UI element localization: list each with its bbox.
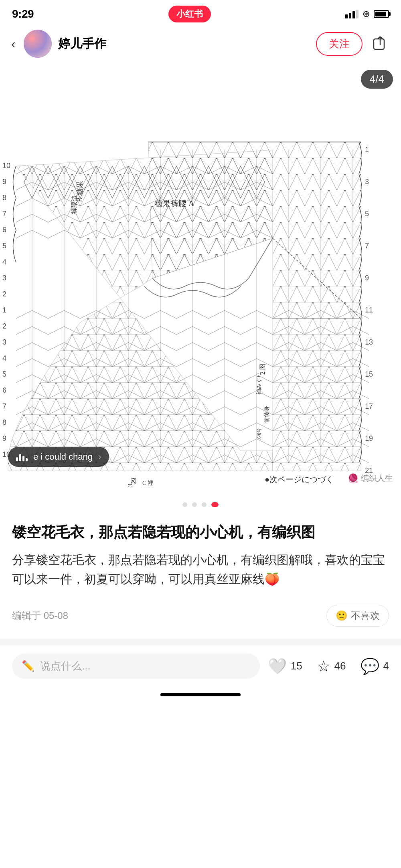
post-title: 镂空花毛衣，那点若隐若现的小心机，有编织图 [12, 522, 389, 542]
svg-text:8: 8 [2, 194, 6, 202]
svg-text:5: 5 [2, 242, 6, 250]
status-icons: ⊛ [345, 9, 389, 19]
comment-input[interactable]: ✏️ 说点什么... [12, 653, 260, 679]
svg-rect-0 [374, 39, 384, 49]
svg-text:3: 3 [365, 178, 369, 186]
svg-text:4: 4 [2, 354, 6, 362]
action-bar: ✏️ 说点什么... 🤍 15 ☆ 46 💬 4 [0, 645, 401, 687]
action-buttons: 🤍 15 ☆ 46 💬 4 [268, 657, 389, 675]
svg-text:10: 10 [2, 162, 10, 170]
audio-arrow-icon: › [98, 452, 101, 462]
home-bar [160, 693, 241, 696]
battery-icon [374, 10, 389, 18]
status-bar: 9:29 小红书 ⊛ [0, 0, 401, 26]
dot-4-active [211, 502, 219, 507]
star-button[interactable]: ☆ 46 [317, 657, 346, 675]
comment-icon: 💬 [360, 657, 379, 675]
svg-text:4: 4 [2, 258, 6, 266]
page-indicator: 4/4 [361, 70, 393, 89]
svg-text:図: 図 [130, 477, 137, 484]
status-time: 9:29 [12, 8, 34, 20]
svg-text:7: 7 [2, 402, 6, 410]
svg-text:3: 3 [127, 484, 134, 487]
svg-text:9: 9 [365, 274, 369, 282]
dot-2 [192, 502, 197, 507]
svg-text:11: 11 [365, 306, 373, 314]
audio-bar[interactable]: e i could chang › [8, 447, 109, 467]
svg-text:6: 6 [2, 226, 6, 234]
username: 婷儿手作 [58, 36, 310, 52]
avatar[interactable] [24, 30, 52, 58]
section-divider [0, 639, 401, 645]
share-button[interactable] [369, 32, 391, 55]
app-logo: 小红书 [168, 6, 211, 22]
share-icon [373, 37, 387, 51]
audio-text: e i could chang [33, 452, 93, 462]
dot-3 [202, 502, 207, 507]
svg-text:裤腰边: 裤腰边 [71, 195, 77, 214]
svg-text:7: 7 [365, 242, 369, 250]
svg-text:15: 15 [365, 370, 373, 378]
svg-marker-13 [273, 318, 361, 471]
svg-text:2: 2 [2, 322, 6, 330]
svg-text:13: 13 [365, 338, 373, 346]
svg-text:袖みぐり: 袖みぐり [256, 372, 262, 395]
dislike-icon: 🙁 [336, 610, 348, 621]
content-area: 镂空花毛衣，那点若隐若现的小心机，有编织图 分享镂空花毛衣，那点若隐若现的小心机… [0, 514, 401, 639]
pencil-icon: ✏️ [22, 660, 34, 672]
svg-text:3: 3 [2, 274, 6, 282]
svg-text:6: 6 [2, 386, 6, 394]
dots-indicator [0, 495, 401, 514]
image-container: B 糖果 裤腰边 糖果裤腰 A 2 图 袖みぐり 前後身 6/0号 図 3 C … [0, 62, 401, 495]
svg-text:●次ページにつづく: ●次ページにつづく [265, 475, 334, 484]
svg-text:7: 7 [2, 210, 6, 218]
wifi-icon: ⊛ [363, 9, 370, 19]
dislike-button[interactable]: 🙁 不喜欢 [326, 605, 389, 627]
svg-text:C 裡: C 裡 [142, 480, 153, 486]
svg-text:19: 19 [365, 434, 373, 442]
back-button[interactable]: ‹ [10, 35, 17, 53]
svg-text:9: 9 [2, 178, 6, 186]
dislike-label: 不喜欢 [351, 609, 380, 622]
comment-placeholder: 说点什么... [40, 659, 91, 673]
crochet-pattern: B 糖果 裤腰边 糖果裤腰 A 2 图 袖みぐり 前後身 6/0号 図 3 C … [0, 62, 401, 495]
star-count: 46 [334, 660, 346, 672]
post-body: 分享镂空花毛衣，那点若隐若现的小心机，有编织图解哦，喜欢的宝宝可以来一件，初夏可… [12, 550, 389, 589]
svg-text:5: 5 [365, 210, 369, 218]
signal-icon [345, 10, 358, 18]
edit-date: 编辑于 05-08 [12, 609, 68, 622]
svg-text:6/0号: 6/0号 [256, 428, 262, 439]
svg-text:5: 5 [2, 370, 6, 378]
svg-text:前後身: 前後身 [264, 406, 270, 423]
svg-text:17: 17 [365, 402, 373, 410]
heart-icon: 🤍 [268, 657, 287, 675]
dot-1 [182, 502, 187, 507]
post-meta: 编辑于 05-08 🙁 不喜欢 [12, 601, 389, 627]
like-count: 15 [291, 660, 302, 672]
svg-text:8: 8 [2, 418, 6, 426]
svg-text:2: 2 [2, 290, 6, 298]
main-image[interactable]: B 糖果 裤腰边 糖果裤腰 A 2 图 袖みぐり 前後身 6/0号 図 3 C … [0, 62, 401, 495]
watermark: 🧶 编织人生 [348, 473, 393, 484]
like-button[interactable]: 🤍 15 [268, 657, 302, 675]
comment-count: 4 [383, 660, 389, 672]
svg-text:9: 9 [2, 434, 6, 442]
star-icon: ☆ [317, 657, 330, 675]
follow-button[interactable]: 关注 [316, 32, 363, 56]
nav-header: ‹ 婷儿手作 关注 [0, 26, 401, 62]
comment-button[interactable]: 💬 4 [360, 657, 389, 675]
home-indicator [0, 687, 401, 700]
svg-text:1: 1 [365, 146, 369, 154]
svg-text:糖果裤腰 A: 糖果裤腰 A [154, 199, 194, 208]
audio-bars-icon [16, 452, 28, 461]
svg-text:1: 1 [2, 306, 6, 314]
svg-text:3: 3 [2, 338, 6, 346]
